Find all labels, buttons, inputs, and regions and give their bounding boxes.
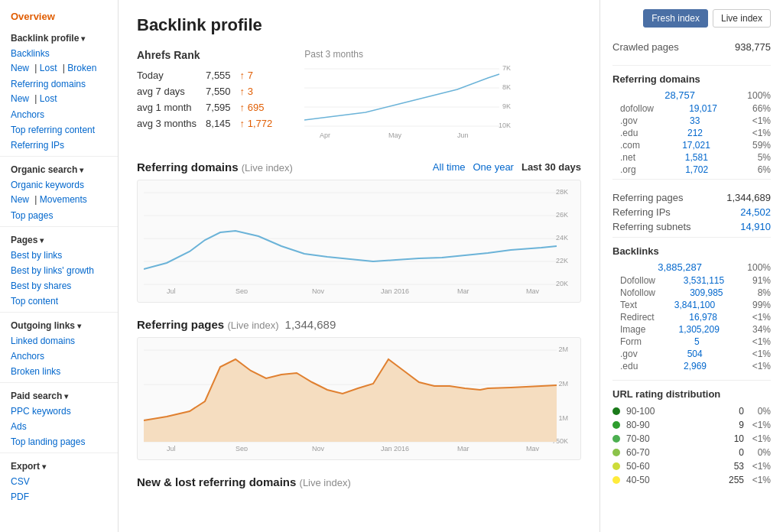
live-index-button[interactable]: Live index — [713, 9, 771, 28]
sidebar-sub-movements-ok[interactable]: Movements — [40, 194, 87, 205]
dot-90-100 — [612, 407, 620, 415]
bl-edu-val: 2,969 — [684, 361, 707, 371]
svg-text:24K: 24K — [556, 234, 568, 242]
rp-section-title — [612, 179, 771, 187]
sidebar-sub-new-backlinks[interactable]: New — [11, 63, 29, 73]
rd-com-label: .com — [620, 140, 640, 151]
sidebar-section-outgoing: Outgoing links Linked domains Anchors Br… — [0, 316, 118, 379]
svg-text:Mar: Mar — [457, 445, 469, 451]
sidebar-link-best-by-links-growth[interactable]: Best by links' growth — [0, 263, 118, 278]
rd-total-pct: 100% — [747, 90, 771, 101]
sidebar-sub-broken-backlinks[interactable]: Broken — [67, 63, 96, 73]
sidebar-link-anchors-backlink[interactable]: Anchors — [0, 107, 118, 122]
sidebar-link-top-landing-pages[interactable]: Top landing pages — [0, 434, 118, 449]
sidebar-link-linked-domains[interactable]: Linked domains — [0, 333, 118, 349]
rp-val: 1,344,689 — [726, 192, 771, 203]
sidebar-overview[interactable]: Overview — [0, 8, 118, 28]
rank-chart: Past 3 months 7K 8K 9K 10K Apr May Ju — [304, 49, 581, 139]
time-filters-rd: All time One year Last 30 days — [433, 161, 581, 173]
sidebar-sub-lost-backlinks[interactable]: Lost — [40, 63, 57, 73]
rank-val-1month: 7,595 — [206, 99, 240, 115]
ahrefs-rank-section: Ahrefs Rank Today 7,555 ↑ 7 avg 7 days 7… — [137, 49, 581, 139]
filter-last-30-days[interactable]: Last 30 days — [521, 161, 581, 173]
bl-redirect-val: 16,978 — [689, 312, 717, 323]
dot-60-70 — [612, 449, 620, 456]
sidebar-section-header-backlink[interactable]: Backlink profile — [0, 28, 118, 46]
rank-row-7days: avg 7 days 7,550 ↑ 3 — [137, 83, 281, 99]
svg-text:28K: 28K — [556, 188, 568, 196]
rd-org-row: .org 1,702 6% — [612, 164, 771, 176]
sidebar-link-best-by-shares[interactable]: Best by shares — [0, 278, 118, 294]
sidebar-section-organic-search: Organic search Organic keywords New | Mo… — [0, 160, 118, 223]
rd-com-val: 17,021 — [682, 140, 710, 151]
pct-60-70: 0% — [744, 447, 771, 458]
bl-edu-pct: <1% — [752, 361, 771, 371]
index-buttons: Fresh index Live index — [612, 9, 771, 28]
pct-90-100: 0% — [744, 406, 771, 417]
sidebar-link-csv[interactable]: CSV — [0, 474, 118, 489]
sidebar-section-export: Export CSV PDF — [0, 456, 118, 504]
rsubnets-val: 14,910 — [740, 221, 771, 232]
sidebar-link-best-by-links[interactable]: Best by links — [0, 248, 118, 263]
sidebar-link-organic-keywords[interactable]: Organic keywords — [0, 177, 118, 193]
sidebar-link-ppc-keywords[interactable]: PPC keywords — [0, 404, 118, 419]
rank-val-3months: 8,145 — [206, 115, 240, 131]
rd-com-pct: 59% — [752, 140, 771, 151]
rank-label-7days: avg 7 days — [137, 83, 206, 99]
bl-text-pct: 99% — [752, 300, 771, 310]
rd-gov-pct: <1% — [752, 115, 771, 126]
filter-one-year[interactable]: One year — [473, 161, 513, 173]
referring-pages-chart: 2M 2M 1M 750K Jul Sep Nov Jan 2016 Mar M… — [137, 337, 581, 460]
bl-redirect-pct: <1% — [752, 312, 771, 323]
sidebar-section-backlink-profile: Backlink profile Backlinks New | Lost | … — [0, 28, 118, 153]
sidebar-sub-new-ok[interactable]: New — [11, 194, 29, 205]
bl-redirect-row: Redirect 16,978 <1% — [612, 311, 771, 323]
sidebar-link-broken-links[interactable]: Broken links — [0, 364, 118, 379]
rd-dofollow-label: dofollow — [620, 103, 654, 114]
sidebar-divider-5 — [0, 453, 118, 453]
svg-text:Nov: Nov — [312, 287, 325, 294]
sidebar-link-top-pages[interactable]: Top pages — [0, 208, 118, 223]
rd-dofollow-row: dofollow 19,017 66% — [612, 102, 771, 115]
referring-ips-stat-row: Referring IPs 24,502 — [612, 205, 771, 219]
sidebar-section-header-paid[interactable]: Paid search — [0, 386, 118, 404]
range-50-60: 50-60 — [626, 461, 713, 472]
dot-40-50 — [612, 476, 620, 484]
referring-domains-header: Referring domains (Live index) All time … — [137, 161, 581, 174]
sidebar-section-header-organic[interactable]: Organic search — [0, 160, 118, 177]
rd-total-val: 28,757 — [664, 89, 695, 101]
sidebar-sub-new-rd[interactable]: New — [11, 93, 29, 104]
sidebar-link-top-content[interactable]: Top content — [0, 294, 118, 309]
bl-gov-label: .gov — [620, 349, 638, 359]
bl-gov-val: 504 — [687, 349, 703, 359]
sidebar-link-top-referring-content[interactable]: Top referring content — [0, 122, 118, 138]
sidebar-link-backlinks[interactable]: Backlinks — [0, 46, 118, 61]
rank-row-3months: avg 3 months 8,145 ↑ 1,772 — [137, 115, 281, 131]
sidebar-link-ads[interactable]: Ads — [0, 419, 118, 434]
bl-total-val: 3,885,287 — [658, 261, 702, 273]
bl-edu-row: .edu 2,969 <1% — [612, 360, 771, 372]
sidebar-section-header-export[interactable]: Export — [0, 456, 118, 474]
filter-all-time[interactable]: All time — [433, 161, 466, 173]
rd-org-label: .org — [620, 164, 636, 175]
bl-dofollow-row: Dofollow 3,531,115 91% — [612, 274, 771, 287]
sidebar-section-header-pages[interactable]: Pages — [0, 230, 118, 248]
svg-text:1M: 1M — [558, 414, 568, 422]
main-content: Backlink profile Ahrefs Rank Today 7,555… — [119, 0, 599, 532]
svg-text:Jul: Jul — [167, 287, 176, 294]
sidebar-link-anchors-outgoing[interactable]: Anchors — [0, 349, 118, 364]
rips-label: Referring IPs — [612, 206, 671, 218]
svg-text:Apr: Apr — [320, 131, 330, 139]
sidebar-link-referring-domains[interactable]: Referring domains — [0, 76, 118, 92]
new-lost-header: New & lost referring domains (Live index… — [137, 475, 581, 488]
rd-gov-val: 33 — [690, 115, 700, 126]
sidebar-sub-lost-rd[interactable]: Lost — [40, 93, 57, 104]
sidebar-link-referring-ips[interactable]: Referring IPs — [0, 138, 118, 153]
dot-70-80 — [612, 435, 620, 443]
sidebar-divider-3 — [0, 312, 118, 313]
fresh-index-button[interactable]: Fresh index — [643, 9, 708, 28]
sidebar-section-header-outgoing[interactable]: Outgoing links — [0, 316, 118, 333]
pct-70-80: <1% — [744, 433, 771, 444]
sidebar-section-pages: Pages Best by links Best by links' growt… — [0, 230, 118, 309]
sidebar-link-pdf[interactable]: PDF — [0, 489, 118, 504]
